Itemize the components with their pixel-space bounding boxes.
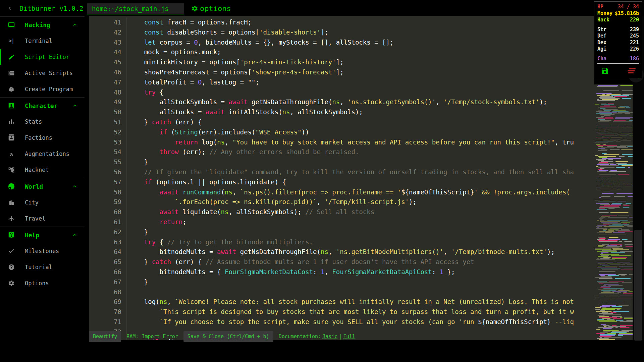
sidebar-item-create-program[interactable]: Create Program	[0, 81, 85, 97]
doc-full-link[interactable]: Full	[343, 334, 355, 340]
app-version-title: Bitburner v1.0.2	[19, 5, 84, 12]
sidebar-item-stats[interactable]: Stats	[0, 114, 85, 130]
sidebar-item-label: Stats	[25, 118, 42, 125]
save-close-button[interactable]: Save & Close (Ctrl/Cmd + b)	[183, 331, 273, 342]
doc-separator: |	[339, 334, 342, 340]
editor-bottom-bar: Beautify RAM: Import Error Save & Close …	[89, 331, 355, 342]
save-game-icon[interactable]	[601, 67, 609, 75]
sidebar-item-label: Tutorial	[25, 264, 52, 270]
checkmark-icon	[7, 248, 16, 254]
laptop-icon	[7, 21, 16, 28]
chevron-up-icon	[72, 103, 78, 109]
money-value: $15.816b	[615, 10, 639, 17]
sidebar-item-augmentations[interactable]: Augmentations	[0, 146, 85, 162]
sidebar-item-travel[interactable]: Travel	[0, 210, 85, 227]
gear-icon	[7, 280, 16, 287]
sidebar-item-label: Milestones	[25, 248, 59, 254]
sidebar-item-milestones[interactable]: Milestones	[0, 243, 85, 259]
sidebar-item-factions[interactable]: Factions	[0, 130, 85, 146]
sidebar-section-hacking[interactable]: Hacking	[0, 17, 85, 33]
kill-scripts-icon[interactable]	[628, 68, 636, 73]
sidebar-section-label: World	[25, 183, 43, 190]
sidebar-item-label: Options	[25, 280, 49, 287]
hack-row: Hack 220	[597, 17, 639, 23]
chevron-up-icon	[72, 183, 78, 189]
sidebar-item-hacknet[interactable]: Hacknet	[0, 162, 85, 178]
hack-value: 220	[630, 17, 639, 23]
dex-label: Dex	[597, 40, 606, 46]
def-value: 245	[630, 33, 639, 40]
bitburner-app: Bitburner v1.0.2 Hacking >| Terminal Scr…	[0, 0, 644, 362]
network-tree-icon	[7, 167, 16, 173]
minimap-canvas	[594, 84, 633, 340]
overview-divider	[597, 54, 639, 54]
help-bubble-icon	[7, 231, 16, 239]
hack-label: Hack	[597, 17, 609, 23]
sidebar-section-label: Help	[25, 232, 39, 239]
options-label: options	[200, 4, 231, 13]
str-row: Str 239	[597, 26, 639, 33]
double-chevron-up-icon	[7, 150, 16, 157]
cha-label: Cha	[597, 56, 606, 62]
sidebar-item-label: Hacknet	[25, 167, 49, 173]
minimap[interactable]	[594, 84, 633, 340]
doc-basic-link[interactable]: Basic	[322, 334, 337, 340]
sidebar-item-script-editor[interactable]: Script Editor	[0, 49, 85, 65]
str-label: Str	[597, 26, 606, 33]
dex-row: Dex 221	[597, 40, 639, 46]
sidebar-item-label: Terminal	[25, 38, 52, 44]
contact-card-icon	[7, 134, 16, 141]
bar-chart-icon	[7, 118, 16, 125]
main-area: home:~/stock_main.js options 41 const fr…	[85, 0, 644, 362]
scrollbar-thumb[interactable]	[634, 230, 642, 341]
sidebar-section-help[interactable]: Help	[0, 227, 85, 243]
pencil-icon	[7, 54, 16, 60]
editor-options-button[interactable]: options	[191, 3, 231, 14]
sidebar-item-label: Script Editor	[25, 54, 69, 60]
def-row: Def 245	[597, 33, 639, 40]
sidebar-item-label: Create Program	[25, 86, 73, 93]
sidebar-item-terminal[interactable]: >| Terminal	[0, 33, 85, 49]
globe-icon	[7, 183, 16, 190]
chevron-left-icon	[6, 5, 13, 12]
bug-icon	[7, 86, 16, 93]
sidebar-item-active-scripts[interactable]: Active Scripts	[0, 65, 85, 81]
sidebar-item-label: Active Scripts	[25, 70, 73, 76]
sidebar-section-character[interactable]: Character	[0, 98, 85, 114]
hp-value: 34 / 34	[618, 4, 639, 10]
overview-actions	[597, 65, 639, 76]
chevron-up-icon	[72, 22, 78, 28]
hp-row: HP 34 / 34	[597, 4, 639, 10]
money-label: Money	[597, 10, 612, 17]
character-overview-panel: HP 34 / 34 Money $15.816b Hack 220 Str 2…	[594, 1, 642, 78]
sidebar-item-city[interactable]: City	[0, 194, 85, 210]
sidebar-section-label: Character	[25, 102, 58, 109]
sidebar-section-label: Hacking	[25, 21, 50, 28]
chevron-up-icon	[72, 232, 78, 238]
sidebar-item-label: City	[25, 199, 39, 206]
sidebar-item-options[interactable]: Options	[0, 275, 85, 291]
hp-label: HP	[597, 4, 603, 10]
sidebar-section-world[interactable]: World	[0, 178, 85, 194]
money-row: Money $15.816b	[597, 10, 639, 17]
sidebar-item-label: Travel	[25, 215, 45, 222]
collapse-sidebar-button[interactable]	[0, 5, 19, 12]
documentation-links: Documentation: Basic | Full	[279, 334, 356, 340]
agi-value: 226	[630, 46, 639, 53]
ram-status: RAM: Import Error	[126, 334, 178, 340]
agi-row: Agi 226	[597, 46, 639, 53]
sidebar: Bitburner v1.0.2 Hacking >| Terminal Scr…	[0, 0, 85, 362]
sidebar-header: Bitburner v1.0.2	[0, 0, 85, 17]
str-value: 239	[630, 26, 639, 33]
beautify-button[interactable]: Beautify	[89, 331, 121, 342]
sidebar-item-tutorial[interactable]: Tutorial	[0, 259, 85, 275]
person-badge-icon	[7, 102, 16, 109]
documentation-label: Documentation:	[279, 334, 321, 340]
terminal-icon: >|	[7, 38, 16, 44]
tab-stock-main-js[interactable]: home:~/stock_main.js	[87, 3, 184, 14]
code-editor[interactable]: 41 const fracH = options.fracH;42 const …	[89, 16, 594, 340]
cha-row: Cha 186	[597, 56, 639, 62]
overview-divider	[597, 25, 639, 25]
city-buildings-icon	[7, 199, 16, 206]
overview-divider	[597, 63, 639, 64]
